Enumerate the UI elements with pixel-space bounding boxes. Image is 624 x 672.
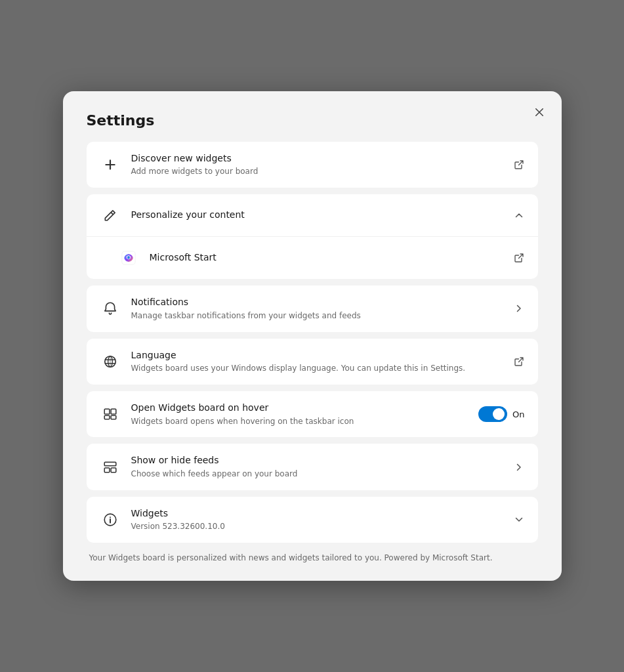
widgets-info-title: Widgets xyxy=(131,507,503,520)
svg-rect-5 xyxy=(104,415,110,419)
bell-icon xyxy=(100,298,121,319)
language-title: Language xyxy=(131,349,503,362)
language-external-link-icon xyxy=(513,356,525,368)
widgets-info-subtitle: Version 523.32600.10.0 xyxy=(131,521,503,532)
widgets-info-card: Widgets Version 523.32600.10.0 xyxy=(87,497,538,543)
ms-start-icon xyxy=(118,247,139,268)
discover-title: Discover new widgets xyxy=(131,152,503,165)
svg-rect-3 xyxy=(104,409,110,414)
feeds-chevron-right-icon xyxy=(513,461,525,473)
widgets-hover-icon xyxy=(100,404,121,425)
toggle-wrap: On xyxy=(478,406,524,422)
open-hover-row[interactable]: Open Widgets board on hover Widgets boar… xyxy=(87,391,538,437)
feeds-row[interactable]: Show or hide feeds Choose which feeds ap… xyxy=(87,444,538,490)
notifications-text: Notifications Manage taskbar notificatio… xyxy=(131,296,503,321)
open-hover-text: Open Widgets board on hover Widgets boar… xyxy=(131,402,468,427)
ms-start-external-link-icon xyxy=(513,252,525,264)
close-button[interactable] xyxy=(529,102,550,123)
discover-row[interactable]: Discover new widgets Add more widgets to… xyxy=(87,142,538,188)
info-icon xyxy=(100,509,121,530)
ms-start-title: Microsoft Start xyxy=(150,251,503,264)
svg-rect-8 xyxy=(104,468,110,472)
chevron-up-icon xyxy=(513,209,525,221)
hover-toggle[interactable] xyxy=(478,406,507,422)
external-link-icon xyxy=(513,159,525,171)
feeds-subtitle: Choose which feeds appear on your board xyxy=(131,469,503,480)
personalize-title: Personalize your content xyxy=(131,209,503,222)
language-subtitle: Widgets board uses your Windows display … xyxy=(131,363,503,374)
notifications-title: Notifications xyxy=(131,296,503,309)
personalize-text: Personalize your content xyxy=(131,209,503,222)
footer-text: Your Widgets board is personalized with … xyxy=(87,553,538,562)
globe-icon xyxy=(100,351,121,372)
open-hover-subtitle: Widgets board opens when hovering on the… xyxy=(131,416,468,427)
pencil-icon xyxy=(100,205,121,226)
notifications-card: Notifications Manage taskbar notificatio… xyxy=(87,285,538,331)
toggle-label: On xyxy=(512,410,524,419)
notifications-subtitle: Manage taskbar notifications from your w… xyxy=(131,310,503,322)
widgets-info-row[interactable]: Widgets Version 523.32600.10.0 xyxy=(87,497,538,543)
widgets-info-text: Widgets Version 523.32600.10.0 xyxy=(131,507,503,532)
discover-text: Discover new widgets Add more widgets to… xyxy=(131,152,503,177)
open-hover-card: Open Widgets board on hover Widgets boar… xyxy=(87,391,538,437)
feeds-card: Show or hide feeds Choose which feeds ap… xyxy=(87,444,538,490)
page-title: Settings xyxy=(87,112,538,129)
feeds-text: Show or hide feeds Choose which feeds ap… xyxy=(131,454,503,479)
svg-rect-6 xyxy=(111,415,116,419)
feeds-icon xyxy=(100,457,121,478)
open-hover-title: Open Widgets board on hover xyxy=(131,402,468,415)
language-text: Language Widgets board uses your Windows… xyxy=(131,349,503,374)
svg-point-11 xyxy=(110,516,111,518)
plus-icon xyxy=(100,154,121,175)
ms-start-row[interactable]: Microsoft Start xyxy=(87,236,538,279)
svg-rect-9 xyxy=(111,468,116,472)
discover-card: Discover new widgets Add more widgets to… xyxy=(87,142,538,188)
svg-rect-7 xyxy=(104,462,116,466)
personalize-row[interactable]: Personalize your content xyxy=(87,194,538,236)
language-row[interactable]: Language Widgets board uses your Windows… xyxy=(87,339,538,385)
ms-start-text: Microsoft Start xyxy=(150,251,503,264)
notifications-row[interactable]: Notifications Manage taskbar notificatio… xyxy=(87,285,538,331)
settings-window: Settings Discover new widgets Add more w… xyxy=(63,91,562,581)
widgets-info-chevron-down-icon xyxy=(513,514,525,526)
feeds-title: Show or hide feeds xyxy=(131,454,503,467)
notifications-chevron-right-icon xyxy=(513,303,525,314)
personalize-card: Personalize your content xyxy=(87,194,538,279)
svg-rect-4 xyxy=(111,409,116,414)
language-card: Language Widgets board uses your Windows… xyxy=(87,339,538,385)
discover-subtitle: Add more widgets to your board xyxy=(131,166,503,177)
